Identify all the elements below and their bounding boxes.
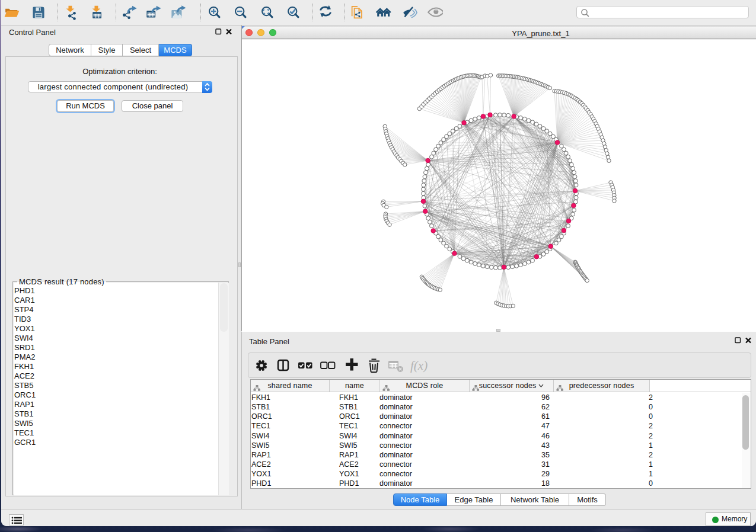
svg-text:f(x): f(x) (410, 358, 428, 373)
